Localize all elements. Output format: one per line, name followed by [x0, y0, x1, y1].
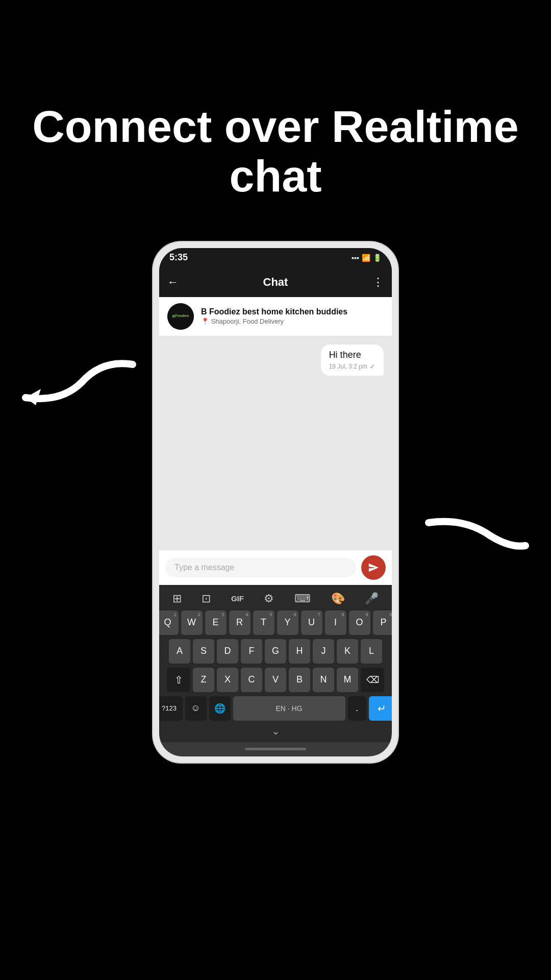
pin-icon: 📍	[201, 317, 209, 325]
status-time: 5:35	[169, 252, 188, 263]
business-bar[interactable]: B Foodies B Foodiez best home kitchen bu…	[159, 297, 392, 336]
message-text: Hi there	[329, 350, 375, 360]
key-h[interactable]: H	[289, 639, 310, 664]
key-x[interactable]: X	[217, 668, 238, 692]
arrow-left-icon	[20, 354, 138, 410]
keyboard-toolbar: ⊞ ⊡ GIF ⚙ ⌨ 🎨 🎤	[162, 589, 389, 610]
keyboard-hide-button[interactable]: ⌄	[271, 725, 280, 737]
back-button[interactable]: ←	[167, 276, 179, 289]
key-o[interactable]: O9	[349, 610, 370, 635]
business-info: B Foodiez best home kitchen buddies 📍 Sh…	[201, 307, 384, 325]
kb-tool-grid[interactable]: ⊞	[172, 592, 182, 605]
signal-icon: 📶	[362, 254, 370, 262]
business-avatar: B Foodies	[167, 303, 194, 330]
key-k[interactable]: K	[337, 639, 358, 664]
send-button[interactable]	[361, 555, 386, 580]
key-d[interactable]: D	[217, 639, 238, 664]
message-time: 19 Jul, 3:2 pm	[329, 363, 367, 370]
arrow-right-icon	[423, 512, 531, 558]
key-e[interactable]: E3	[205, 610, 227, 635]
phone-screen: 5:35 ▪▪▪ 📶 🔋 ← Chat ⋮ B Foodies	[159, 248, 392, 756]
key-c[interactable]: C	[241, 668, 262, 692]
key-l[interactable]: L	[361, 639, 382, 664]
key-t[interactable]: T5	[253, 610, 274, 635]
key-enter[interactable]: ↵	[369, 696, 392, 721]
input-area: Type a message	[159, 550, 392, 585]
key-q[interactable]: Q1	[159, 610, 179, 635]
kb-tool-keyboard[interactable]: ⌨	[294, 592, 311, 605]
home-bar	[245, 748, 306, 750]
chat-header: ← Chat ⋮	[159, 267, 392, 297]
more-menu-button[interactable]: ⋮	[372, 276, 384, 289]
avatar-inner: B Foodies	[167, 303, 194, 330]
home-indicator	[159, 742, 392, 756]
key-globe[interactable]: 🌐	[209, 696, 231, 721]
key-n[interactable]: N	[313, 668, 334, 692]
hero-title: Connect over Realtime chat	[0, 102, 551, 201]
key-period[interactable]: .	[348, 696, 366, 721]
input-placeholder: Type a message	[174, 563, 234, 572]
business-meta: 📍 Shapoorji, Food Delivery	[201, 317, 384, 325]
key-g[interactable]: G	[265, 639, 286, 664]
key-i[interactable]: I8	[325, 610, 346, 635]
key-v[interactable]: V	[265, 668, 286, 692]
kb-tool-palette[interactable]: 🎨	[331, 592, 345, 605]
chat-area: Hi there 19 Jul, 3:2 pm ✓	[159, 336, 392, 550]
key-z[interactable]: Z	[193, 668, 214, 692]
keyboard-row-2: A S D F G H J K L	[162, 639, 389, 664]
kb-tool-settings[interactable]: ⚙	[264, 592, 274, 605]
chat-header-title: Chat	[263, 276, 288, 289]
status-bar: 5:35 ▪▪▪ 📶 🔋	[159, 248, 392, 267]
key-f[interactable]: F	[241, 639, 262, 664]
message-input[interactable]: Type a message	[165, 558, 356, 577]
phone-container: 5:35 ▪▪▪ 📶 🔋 ← Chat ⋮ B Foodies	[128, 242, 423, 803]
key-m[interactable]: M	[337, 668, 358, 692]
key-p[interactable]: P0	[373, 610, 392, 635]
keyboard-row-1: Q1 W2 E3 R4 T5 Y6 U7 I8 O9 P0	[162, 610, 389, 635]
kb-tool-mic[interactable]: 🎤	[365, 592, 379, 605]
battery-icon: 🔋	[373, 254, 382, 262]
key-j[interactable]: J	[313, 639, 334, 664]
key-symbols[interactable]: ?123	[159, 696, 183, 721]
key-a[interactable]: A	[169, 639, 190, 664]
key-emoji[interactable]: ☺	[185, 696, 207, 721]
key-w[interactable]: W2	[181, 610, 203, 635]
key-r[interactable]: R4	[229, 610, 251, 635]
keyboard: ⊞ ⊡ GIF ⚙ ⌨ 🎨 🎤 Q1 W2 E3 R4 T5 Y6 U7	[159, 585, 392, 742]
key-b[interactable]: B	[289, 668, 310, 692]
business-location: Shapoorji, Food Delivery	[211, 317, 284, 325]
business-name: B Foodiez best home kitchen buddies	[201, 307, 384, 316]
status-icons: ▪▪▪ 📶 🔋	[352, 254, 382, 262]
keyboard-bottom-row: ?123 ☺ 🌐 EN · HG . ↵	[162, 696, 389, 721]
message-meta: 19 Jul, 3:2 pm ✓	[329, 362, 375, 371]
kb-tool-sticker[interactable]: ⊡	[202, 592, 211, 605]
key-u[interactable]: U7	[301, 610, 322, 635]
key-y[interactable]: Y6	[277, 610, 298, 635]
key-backspace[interactable]: ⌫	[361, 668, 384, 692]
network-icon: ▪▪▪	[352, 254, 359, 262]
key-s[interactable]: S	[193, 639, 214, 664]
key-shift[interactable]: ⇧	[167, 668, 190, 692]
kb-tool-gif[interactable]: GIF	[231, 594, 244, 603]
message-bubble: Hi there 19 Jul, 3:2 pm ✓	[321, 345, 384, 376]
key-space[interactable]: EN · HG	[233, 696, 345, 721]
read-check-icon: ✓	[369, 362, 375, 371]
keyboard-row-3: ⇧ Z X C V B N M ⌫	[162, 668, 389, 692]
phone-frame: 5:35 ▪▪▪ 📶 🔋 ← Chat ⋮ B Foodies	[153, 242, 398, 763]
